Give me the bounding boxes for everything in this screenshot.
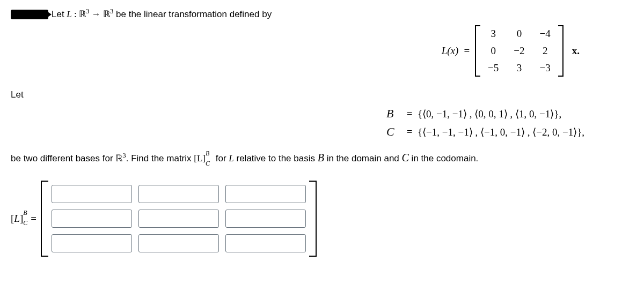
matrix-input-2-1[interactable] [52, 210, 132, 228]
table-row: 3 0 −4 [480, 25, 558, 42]
basis-C-label: C [386, 125, 401, 139]
basis-B-label: B [386, 107, 401, 121]
matrix-input-3-2[interactable] [138, 234, 219, 252]
matrix-input-2-2[interactable] [138, 210, 219, 228]
equals-sign: = [401, 108, 418, 120]
right-bracket-icon [558, 25, 564, 77]
problem-intro-line: Let L : ℝ3 → ℝ3 be the linear transforma… [11, 9, 633, 20]
instruction-text: be two different bases for ℝ3. Find the … [11, 152, 633, 166]
answer-matrix-row: [L]BC = [11, 181, 633, 257]
intro-text: Let L : ℝ3 → ℝ3 be the linear transforma… [52, 9, 272, 20]
matrix-input-3-3[interactable] [225, 234, 306, 252]
transformation-matrix: 3 0 −4 0 −2 2 −5 3 −3 [480, 25, 558, 77]
matrix-cell: 3 [506, 59, 532, 77]
right-bracket-icon [309, 181, 317, 257]
basis-C-set: {⟨−1, −1, −1⟩ , ⟨−1, 0, −1⟩ , ⟨−2, 0, −1… [418, 126, 584, 138]
matrix-input-1-3[interactable] [225, 185, 306, 203]
matrix-cell: 0 [480, 42, 506, 59]
matrix-cell: 2 [532, 42, 558, 59]
matrix-cell: 0 [506, 25, 532, 42]
table-row: 0 −2 2 [480, 42, 558, 59]
let-text: Let [11, 89, 633, 100]
basis-B-row: B = {⟨0, −1, −1⟩ , ⟨0, 0, 1⟩ , ⟨1, 0, −1… [386, 107, 561, 121]
equals-sign: = [464, 45, 470, 57]
matrix-input-1-1[interactable] [52, 185, 132, 203]
table-row: −5 3 −3 [480, 59, 558, 77]
matrix-cell: −5 [480, 59, 506, 77]
matrix-cell: −3 [532, 59, 558, 77]
matrix-cell: 3 [480, 25, 506, 42]
basis-B-set: {⟨0, −1, −1⟩ , ⟨0, 0, 1⟩ , ⟨1, 0, −1⟩}, [418, 108, 561, 120]
points-badge [11, 10, 48, 19]
matrix-equation: L(x) = 3 0 −4 0 −2 2 −5 3 −3 x. [11, 25, 580, 77]
Lx-label: L(x) [442, 45, 459, 57]
answer-input-grid [48, 181, 309, 257]
matrix-input-3-1[interactable] [52, 234, 132, 252]
left-bracket-icon [475, 25, 480, 77]
left-bracket-icon [41, 181, 48, 257]
matrix-cell: −2 [506, 42, 532, 59]
bases-definitions: B = {⟨0, −1, −1⟩ , ⟨0, 0, 1⟩ , ⟨1, 0, −1… [386, 105, 633, 141]
matrix-input-2-3[interactable] [225, 210, 306, 228]
answer-lhs: [L]BC = [11, 212, 36, 225]
x-vector: x. [572, 45, 580, 57]
basis-C-row: C = {⟨−1, −1, −1⟩ , ⟨−1, 0, −1⟩ , ⟨−2, 0… [386, 125, 584, 139]
matrix-input-1-2[interactable] [138, 185, 219, 203]
equals-sign: = [401, 126, 418, 138]
matrix-cell: −4 [532, 25, 558, 42]
matrix-bracket-wrap: 3 0 −4 0 −2 2 −5 3 −3 [475, 25, 564, 77]
answer-matrix-wrap [41, 181, 317, 257]
